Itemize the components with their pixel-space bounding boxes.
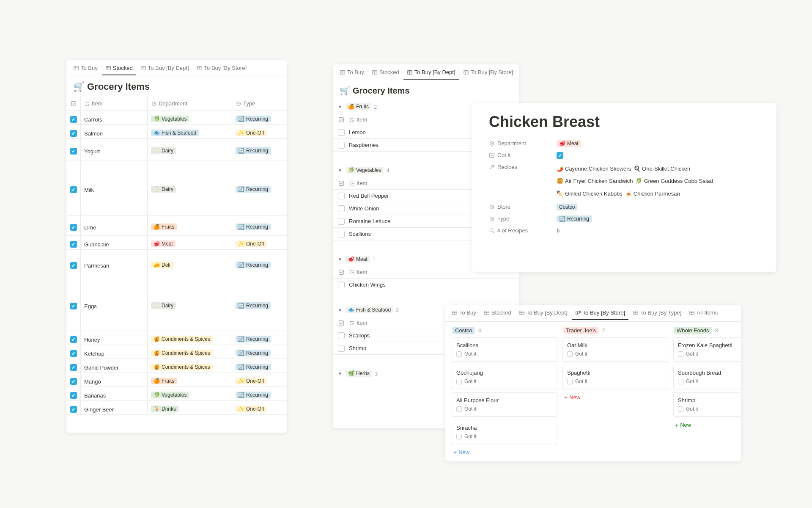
type-tag[interactable]: 🔄Recurring — [236, 262, 271, 268]
tab-all-items[interactable]: All Items — [686, 306, 721, 320]
item-checkbox[interactable] — [338, 332, 345, 339]
department-tag[interactable]: 🍊Fruits — [151, 378, 177, 384]
store-tag[interactable]: Costco — [557, 204, 577, 210]
row-checkbox[interactable] — [70, 378, 77, 385]
row-checkbox[interactable] — [70, 148, 77, 155]
type-tag[interactable]: 🔄Recurring — [236, 147, 271, 154]
department-tag[interactable]: 🥛Dairy — [151, 302, 176, 309]
table-row[interactable]: Eggs🥛Dairy🔄Recurring — [66, 278, 287, 331]
department-tag[interactable]: 🥛Dairy — [151, 186, 176, 193]
table-row[interactable]: Yogurt🥛Dairy🔄Recurring — [66, 139, 287, 160]
row-checkbox[interactable] — [70, 241, 77, 248]
type-tag[interactable]: 🔄Recurring — [236, 364, 271, 370]
item-checkbox[interactable] — [338, 129, 345, 136]
row-checkbox[interactable] — [70, 224, 77, 231]
disclosure-icon[interactable]: ▼ — [338, 257, 343, 262]
gotit-checkbox[interactable] — [678, 351, 683, 357]
new-card-button[interactable]: +New — [562, 392, 668, 402]
board-card[interactable]: SrirachaGot it — [452, 420, 557, 444]
gotit-checkbox[interactable] — [567, 379, 573, 384]
type-tag[interactable]: 🔄Recurring — [236, 116, 271, 122]
table-row[interactable]: Carrots🥬Vegetables🔄Recurring — [66, 111, 287, 125]
item-checkbox[interactable] — [338, 142, 345, 149]
department-tag[interactable]: 🥩 Meat — [557, 140, 581, 147]
recipe-link[interactable]: 🍳One-Skillet Chicken — [634, 164, 690, 174]
tab-to-buy-by-dept-[interactable]: To Buy [By Dept] — [516, 306, 571, 320]
tab-to-buy-by-dept-[interactable]: To Buy [By Dept] — [137, 61, 192, 75]
type-tag[interactable]: ✨One-Off — [236, 406, 266, 412]
type-tag[interactable]: 🔄Recurring — [236, 302, 271, 309]
department-tag[interactable]: 🍯Condiments & Spices — [151, 350, 213, 356]
department-tag[interactable]: 🥬Vegetables — [151, 116, 189, 122]
board-column-header[interactable]: Costco4 — [452, 325, 557, 337]
row-checkbox[interactable] — [70, 130, 77, 137]
tab-to-buy-by-type-[interactable]: To Buy [By Type] — [629, 306, 685, 320]
item-checkbox[interactable] — [338, 282, 345, 288]
table-row[interactable]: Garlic Powder🍯Condiments & Spices🔄Recurr… — [66, 359, 287, 373]
tab-stocked[interactable]: Stocked — [368, 66, 403, 80]
board-card[interactable]: Oat MilkGot it — [562, 337, 668, 362]
table-row[interactable]: Ketchup🍯Condiments & Spices🔄Recurring — [66, 345, 287, 359]
tab-to-buy-by-store-[interactable]: To Buy [By Store] — [460, 66, 516, 80]
table-row[interactable]: Ginger Beer🍹Drinks✨One-Off — [66, 401, 287, 415]
board-card[interactable]: Frozen Kale SpaghettiGot it — [673, 337, 741, 362]
row-checkbox[interactable] — [70, 303, 77, 309]
table-row[interactable]: Honey🍯Condiments & Spices🔄Recurring — [66, 331, 287, 345]
row-checkbox[interactable] — [70, 364, 77, 371]
item-checkbox[interactable] — [338, 345, 345, 352]
row-checkbox[interactable] — [70, 186, 77, 193]
board-column-header[interactable]: Whole Foods3 — [673, 325, 741, 337]
item-checkbox[interactable] — [338, 218, 345, 225]
recipe-link[interactable]: 🍢Grilled Chicken Kabobs — [557, 189, 623, 199]
type-tag[interactable]: 🔄Recurring — [236, 350, 271, 356]
table-row[interactable]: Bananas🥬Vegetables🔄Recurring — [66, 387, 287, 401]
board-card[interactable]: All Purpose FlourGot it — [452, 392, 557, 417]
table-row[interactable]: Guanciale🥩Meat✨One-Off — [66, 236, 287, 250]
item-checkbox[interactable] — [338, 205, 345, 212]
table-row[interactable]: Mango🍊Fruits✨One-Off — [66, 373, 287, 387]
type-tag[interactable]: 🔄Recurring — [236, 392, 271, 398]
gotit-checkbox[interactable] — [456, 379, 462, 384]
type-tag[interactable]: 🔄Recurring — [236, 224, 271, 230]
row-checkbox[interactable] — [70, 350, 77, 357]
table-row[interactable]: Salmon🐟Fish & Seafood✨One-Off — [66, 125, 287, 139]
department-tag[interactable]: 🍯Condiments & Spices — [151, 336, 213, 342]
department-tag[interactable]: 🍹Drinks — [151, 406, 178, 412]
new-card-button[interactable]: +New — [673, 420, 741, 430]
board-card[interactable]: GochujangGot it — [452, 365, 557, 389]
gotit-checkbox[interactable] — [678, 406, 683, 412]
type-tag[interactable]: ✨One-Off — [236, 240, 266, 247]
list-item[interactable]: Chicken Wings — [333, 279, 519, 291]
recipe-link[interactable]: 🥬Green Goddess Cobb Salad — [635, 176, 713, 186]
department-tag[interactable]: 🥩Meat — [151, 240, 176, 247]
tab-stocked[interactable]: Stocked — [102, 61, 136, 75]
gotit-checkbox[interactable] — [456, 351, 462, 357]
type-tag[interactable]: ✨One-Off — [236, 130, 266, 136]
row-checkbox[interactable] — [70, 116, 77, 123]
tab-to-buy[interactable]: To Buy — [70, 61, 101, 75]
tab-to-buy-by-dept-[interactable]: To Buy [By Dept] — [403, 66, 459, 80]
department-tag[interactable]: 🍯Condiments & Spices — [151, 364, 213, 370]
gotit-checkbox[interactable] — [456, 434, 462, 439]
department-tag[interactable]: 🍊Fruits — [151, 224, 177, 230]
board-card[interactable]: SpaghettiGot it — [562, 365, 668, 389]
recipe-link[interactable]: 🍔Air Fryer Chicken Sandwich — [557, 176, 633, 186]
row-checkbox[interactable] — [70, 262, 77, 269]
type-tag[interactable]: ✨One-Off — [236, 378, 266, 384]
table-row[interactable]: Lime🍊Fruits🔄Recurring — [66, 216, 287, 236]
table-row[interactable]: Parmesan🧀Deli🔄Recurring — [66, 250, 287, 278]
table-row[interactable]: Milk🥛Dairy🔄Recurring — [66, 160, 287, 216]
board-card[interactable]: Sourdough BreadGot it — [673, 365, 741, 389]
type-tag[interactable]: 🔄 Recurring — [557, 215, 592, 222]
department-tag[interactable]: 🧀Deli — [151, 262, 173, 268]
disclosure-icon[interactable]: ▼ — [338, 105, 343, 109]
type-tag[interactable]: 🔄Recurring — [236, 336, 271, 342]
gotit-checkbox[interactable] — [456, 406, 462, 412]
row-checkbox[interactable] — [70, 392, 77, 399]
board-column-header[interactable]: Trader Joe's2 — [562, 325, 668, 337]
tab-to-buy[interactable]: To Buy — [336, 66, 368, 80]
type-tag[interactable]: 🔄Recurring — [236, 186, 271, 193]
board-card[interactable]: ShrimpGot it — [673, 392, 741, 417]
disclosure-icon[interactable]: ▼ — [338, 168, 343, 173]
gotit-checkbox[interactable] — [678, 379, 683, 384]
